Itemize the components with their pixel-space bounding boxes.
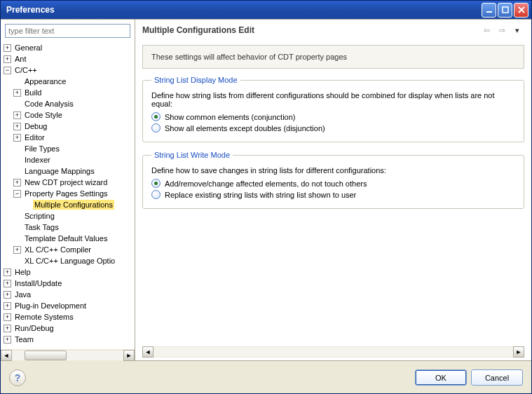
tree-item-indexer[interactable]: Indexer [13, 154, 132, 165]
radio-label: Add/remove/change affected elements, do … [165, 179, 367, 188]
radio-icon [151, 190, 161, 199]
tree-item-appearance[interactable]: Appearance [13, 76, 132, 87]
tree-item-new-cdt-wizard[interactable]: +New CDT project wizard [13, 177, 132, 188]
scroll-left-icon[interactable]: ◄ [1, 350, 12, 361]
expand-icon[interactable]: + [4, 302, 11, 310]
tree-item-debug[interactable]: +Debug [13, 121, 132, 132]
tree-item-run-debug[interactable]: +Run/Debug [4, 322, 132, 334]
expand-icon[interactable]: + [4, 336, 11, 344]
expand-icon[interactable]: + [4, 44, 11, 52]
right-pane: Multiple Configurations Edit ⇦ ⇨ ▾ These… [135, 20, 531, 360]
scroll-left-icon[interactable]: ◄ [142, 346, 154, 358]
tree-item-file-types[interactable]: File Types [13, 143, 132, 154]
button-bar: ? OK Cancel [1, 360, 531, 394]
cancel-button[interactable]: Cancel [471, 369, 523, 386]
tree-item-ccpp[interactable]: −C/C++ [4, 64, 132, 76]
back-button[interactable]: ⇦ [479, 24, 493, 36]
collapse-icon[interactable]: − [4, 67, 11, 74]
expand-icon[interactable]: + [4, 325, 11, 332]
group-write-mode-legend: String List Write Mode [151, 151, 233, 159]
page-title: Multiple Configurations Edit [142, 25, 478, 35]
expand-icon[interactable]: + [4, 55, 11, 63]
tree-item-template-defaults[interactable]: Template Default Values [13, 233, 132, 244]
view-menu-button[interactable]: ▾ [510, 24, 524, 36]
tree-item-general[interactable]: +General [4, 42, 132, 53]
page-header: Multiple Configurations Edit ⇦ ⇨ ▾ [135, 20, 531, 41]
window-titlebar: Preferences [1, 1, 531, 19]
tree-item-task-tags[interactable]: Task Tags [13, 222, 132, 233]
collapse-icon[interactable]: − [13, 190, 21, 198]
tree-item-install-update[interactable]: +Install/Update [4, 278, 132, 289]
tree-item-scripting[interactable]: Scripting [13, 210, 132, 222]
tree-item-editor[interactable]: +Editor [13, 132, 132, 143]
sidebar-scrollbar-horizontal[interactable]: ◄ ► [1, 349, 135, 360]
expand-icon[interactable]: + [13, 123, 21, 130]
rightpane-scrollbar-horizontal[interactable]: ◄ ► [142, 346, 524, 358]
tree-item-ant[interactable]: +Ant [4, 53, 132, 64]
group-write-mode: String List Write Mode Define how to sav… [142, 151, 524, 209]
radio-write-replace[interactable]: Replace existing string lists with strin… [151, 190, 515, 199]
svg-rect-1 [503, 7, 508, 13]
page-body: These settings will affect behavior of C… [135, 41, 531, 346]
expand-icon[interactable]: + [4, 269, 11, 276]
sidebar: +General +Ant −C/C++ Appearance +Build C… [1, 20, 135, 360]
scroll-track[interactable] [12, 350, 123, 361]
radio-label: Show all elements except doubles (disjun… [165, 124, 325, 133]
radio-icon [151, 179, 161, 188]
content-area: +General +Ant −C/C++ Appearance +Build C… [1, 19, 531, 360]
filter-input[interactable] [5, 24, 130, 38]
tree-item-build[interactable]: +Build [13, 87, 132, 98]
ok-button[interactable]: OK [415, 369, 467, 386]
tree-item-xl-compiler[interactable]: +XL C/C++ Compiler [13, 244, 132, 255]
tree-item-team[interactable]: +Team [4, 334, 132, 345]
scroll-thumb[interactable] [25, 351, 67, 360]
svg-rect-0 [486, 11, 492, 13]
radio-icon [151, 112, 161, 121]
tree-item-lang-mappings[interactable]: Language Mappings [13, 165, 132, 177]
info-banner: These settings will affect behavior of C… [142, 45, 524, 69]
scroll-right-icon[interactable]: ► [513, 346, 524, 358]
close-button[interactable] [514, 3, 528, 18]
group-display-mode-desc: Define how string lists from different c… [151, 91, 515, 108]
tree-item-code-style[interactable]: +Code Style [13, 109, 132, 121]
tree-item-multi-config[interactable]: Multiple Configurations [23, 199, 132, 210]
tree-item-help[interactable]: +Help [4, 266, 132, 278]
maximize-button[interactable] [498, 3, 512, 18]
expand-icon[interactable]: + [13, 134, 21, 142]
minimize-button[interactable] [482, 3, 496, 18]
preferences-tree[interactable]: +General +Ant −C/C++ Appearance +Build C… [1, 42, 135, 349]
radio-display-disjunction[interactable]: Show all elements except doubles (disjun… [151, 123, 515, 133]
tree-item-code-analysis[interactable]: Code Analysis [13, 98, 132, 109]
group-display-mode: String List Display Mode Define how stri… [142, 76, 524, 142]
scroll-track[interactable] [154, 346, 513, 358]
tree-item-plugin-dev[interactable]: +Plug-in Development [4, 300, 132, 311]
tree-item-remote-systems[interactable]: +Remote Systems [4, 311, 132, 322]
expand-icon[interactable]: + [4, 313, 11, 321]
expand-icon[interactable]: + [4, 280, 11, 287]
radio-label: Replace existing string lists with strin… [165, 191, 356, 199]
radio-label: Show common elements (conjunction) [165, 113, 295, 121]
expand-icon[interactable]: + [13, 179, 21, 186]
expand-icon[interactable]: + [4, 291, 11, 299]
scroll-right-icon[interactable]: ► [123, 350, 135, 361]
window-title: Preferences [6, 5, 480, 15]
forward-button[interactable]: ⇨ [495, 24, 509, 36]
expand-icon[interactable]: + [13, 111, 21, 119]
radio-icon [151, 123, 161, 133]
radio-write-affected[interactable]: Add/remove/change affected elements, do … [151, 179, 515, 188]
help-button[interactable]: ? [9, 369, 26, 386]
filter-container [1, 20, 135, 42]
expand-icon[interactable]: + [13, 89, 21, 97]
group-write-mode-desc: Define how to save changes in string lis… [151, 166, 515, 175]
group-display-mode-legend: String List Display Mode [151, 76, 240, 84]
expand-icon[interactable]: + [13, 246, 21, 254]
tree-item-xl-lang-opts[interactable]: XL C/C++ Language Optio [13, 255, 132, 266]
radio-display-conjunction[interactable]: Show common elements (conjunction) [151, 112, 515, 121]
tree-item-prop-pages[interactable]: −Property Pages Settings [13, 188, 132, 199]
tree-item-java[interactable]: +Java [4, 289, 132, 300]
